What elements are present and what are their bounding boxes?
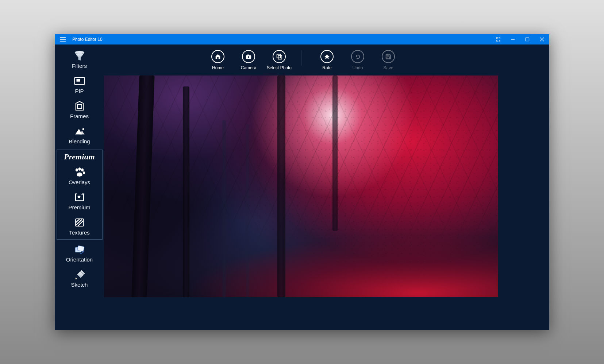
svg-point-14 <box>82 128 84 130</box>
home-button[interactable]: Home <box>203 50 233 70</box>
app-window: Photo Editor 10 <box>55 34 549 330</box>
textures-icon <box>72 216 87 229</box>
close-button[interactable] <box>535 34 549 44</box>
pip-icon <box>72 75 87 87</box>
app-body: Filters PIP Frames <box>55 44 549 330</box>
titlebar: Photo Editor 10 <box>55 34 549 44</box>
home-icon <box>215 53 221 60</box>
svg-rect-11 <box>77 105 82 109</box>
sidebar-item-sketch[interactable]: Sketch <box>55 266 104 291</box>
toolbar-separator <box>301 50 301 66</box>
photo-image <box>104 75 498 297</box>
select-photo-icon <box>276 53 282 60</box>
sidebar-item-textures[interactable]: Textures <box>57 214 102 239</box>
svg-rect-4 <box>526 38 529 41</box>
select-photo-button[interactable]: Select Photo <box>264 50 295 70</box>
window-controls <box>491 34 549 44</box>
sidebar-label: Blending <box>69 138 90 144</box>
sparkle-frame-icon <box>72 191 87 204</box>
save-button[interactable]: Save <box>373 50 404 70</box>
sidebar-item-orientation[interactable]: Orientation <box>55 241 104 266</box>
svg-rect-35 <box>277 54 281 58</box>
sidebar-label: Frames <box>70 113 89 119</box>
sidebar-label: Orientation <box>66 256 93 263</box>
toolbar: Home Camera <box>104 44 549 75</box>
maximize-icon <box>525 37 530 42</box>
close-icon <box>540 37 544 42</box>
main-area: Home Camera <box>104 44 549 330</box>
svg-line-22 <box>78 221 83 226</box>
undo-icon <box>354 53 361 60</box>
svg-point-16 <box>78 167 81 171</box>
sidebar-label: Sketch <box>71 282 88 288</box>
svg-point-17 <box>81 169 84 172</box>
camera-button[interactable]: Camera <box>233 50 264 70</box>
svg-rect-20 <box>75 219 83 226</box>
sidebar-item-filters[interactable]: Filters <box>55 47 104 73</box>
premium-group: Premium Overlays <box>57 150 103 240</box>
minimize-button[interactable] <box>505 34 520 44</box>
sidebar-item-premium[interactable]: Premium <box>57 189 102 214</box>
sidebar-item-blending[interactable]: Blending <box>55 123 104 148</box>
svg-point-18 <box>82 171 85 174</box>
svg-point-19 <box>81 194 82 195</box>
undo-button[interactable]: Undo <box>342 50 373 70</box>
toolbar-label: Camera <box>241 65 257 70</box>
sidebar-label: Premium <box>68 204 90 210</box>
toolbar-label: Rate <box>322 65 331 70</box>
hamburger-menu-button[interactable] <box>55 34 71 44</box>
sidebar-label: Textures <box>69 229 90 236</box>
toolbar-label: Save <box>383 65 393 70</box>
save-icon <box>385 53 392 60</box>
pencil-icon <box>72 268 87 281</box>
svg-rect-36 <box>278 55 282 59</box>
camera-icon <box>245 53 252 60</box>
svg-rect-10 <box>76 79 80 82</box>
photo-canvas[interactable] <box>104 75 498 297</box>
sidebar-item-pip[interactable]: PIP <box>55 73 104 98</box>
maximize-button[interactable] <box>520 34 535 44</box>
rate-button[interactable]: Rate <box>312 50 342 70</box>
star-icon <box>324 53 330 60</box>
toolbar-label: Home <box>212 65 224 70</box>
funnel-icon <box>72 50 87 62</box>
svg-point-15 <box>75 169 78 172</box>
fullscreen-button[interactable] <box>491 34 505 44</box>
sidebar-label: PIP <box>75 88 84 94</box>
svg-rect-32 <box>247 54 249 55</box>
sidebar-label: Filters <box>72 63 87 69</box>
window-title: Photo Editor 10 <box>71 37 103 42</box>
minimize-icon <box>511 37 515 42</box>
sidebar: Filters PIP Frames <box>55 44 104 330</box>
sidebar-item-frames[interactable]: Frames <box>55 98 104 123</box>
orientation-icon <box>72 243 87 256</box>
svg-rect-38 <box>387 54 389 56</box>
svg-rect-25 <box>77 245 84 252</box>
sidebar-label: Overlays <box>69 179 90 185</box>
toolbar-label: Select Photo <box>267 65 292 70</box>
hamburger-icon <box>60 37 66 42</box>
toolbar-label: Undo <box>353 65 363 70</box>
svg-marker-29 <box>75 278 77 279</box>
frames-icon <box>72 100 87 112</box>
blending-icon <box>72 125 87 138</box>
fullscreen-icon <box>496 37 500 42</box>
sidebar-item-overlays[interactable]: Overlays <box>57 164 102 189</box>
canvas-area <box>104 75 549 330</box>
svg-rect-39 <box>387 57 389 58</box>
paw-icon <box>72 166 87 178</box>
premium-header: Premium <box>64 152 95 162</box>
